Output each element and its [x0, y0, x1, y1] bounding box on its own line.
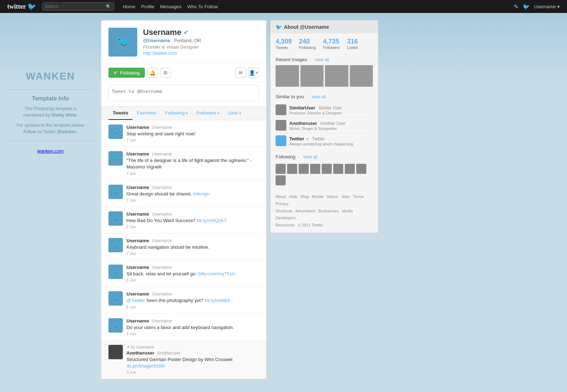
tweet-textarea[interactable] [108, 85, 259, 101]
gear-icon: ⚙ [163, 70, 168, 76]
hashtag-link[interactable]: #design [193, 191, 210, 197]
following-button[interactable]: ✔ Following [108, 68, 145, 78]
wanken-handle-link[interactable]: @wanken [57, 129, 76, 134]
tweet-input-area[interactable] [101, 81, 266, 106]
top-navigation: twitter 🐦 🔍 Home Profile Messages Who To… [0, 0, 567, 13]
image-thumb-3 [325, 65, 348, 87]
search-input[interactable] [45, 4, 106, 9]
logo-text: twitter [7, 3, 26, 10]
footer-media-link[interactable]: Media [342, 209, 353, 213]
tweet-text: Sit back, relax and let yourself go: bit… [126, 271, 259, 277]
footer-links: About Help Blog Mobile Status Jobs Terms… [271, 190, 378, 233]
tab-followers[interactable]: Followers ▾ [192, 107, 224, 120]
logo-bird-icon: 🐦 [27, 2, 36, 11]
footer-help-link[interactable]: Help [289, 194, 298, 199]
image-thumb-4 [350, 65, 373, 87]
similar-user-avatar [276, 135, 286, 146]
tweet-item: 🐦 Username Username Stop working and sav… [101, 120, 266, 147]
image-thumb-2 [300, 65, 324, 87]
footer-about-link[interactable]: About [276, 194, 286, 199]
tweet-text: How Bad Do You Want Success? bit.ly/mSQc… [126, 217, 259, 224]
tweet-list: 🐦 Username Username Stop working and sav… [101, 120, 266, 379]
search-box[interactable]: 🔍 [42, 2, 114, 11]
footer-terms-link[interactable]: Terms [353, 194, 363, 199]
tweet-bird-icon: 🐦 [112, 128, 120, 136]
following-thumb-8 [356, 164, 366, 174]
twitter-bird-icon[interactable]: 🐦 [523, 3, 530, 10]
sidebar-divider-2 [7, 141, 94, 141]
search-icon: 🔍 [106, 4, 111, 9]
following-thumb-5 [322, 164, 332, 174]
nav-messages[interactable]: Messages [160, 4, 182, 9]
tab-lists[interactable]: Lists ▾ [224, 107, 245, 120]
footer-resources-link[interactable]: Resources [276, 223, 295, 227]
tweet-avatar: 🐦 [108, 211, 123, 226]
similar-user-avatar [276, 120, 286, 131]
nav-home[interactable]: Home [123, 4, 135, 9]
tweet-bird-icon: 🐦 [112, 268, 120, 276]
tab-tweets[interactable]: Tweets [108, 107, 133, 120]
nav-profile[interactable]: Profile [141, 4, 155, 9]
tweet-link[interactable]: bit.ly/mSQcKT [197, 218, 227, 223]
about-header: 🐦 About @Username [271, 21, 378, 33]
tweet-text: Structured German Poster Design by Wim C… [126, 356, 259, 369]
brand-logo: WANKEN [7, 71, 94, 82]
tweet-body: Username Username Keyboard navigation sh… [126, 238, 259, 256]
tab-favorites[interactable]: Favorites [133, 107, 160, 120]
profile-bio: Founder & Visual Designer [143, 44, 259, 50]
footer-privacy-link[interactable]: Privacy [276, 202, 289, 206]
following-thumb-9 [276, 175, 286, 185]
chevron-down-icon: ▾ [186, 111, 188, 115]
following-view-all-link[interactable]: view all [303, 154, 317, 159]
recent-images-view-all-link[interactable]: view all [315, 57, 329, 62]
footer-mobile-link[interactable]: Mobile [312, 194, 323, 199]
tweet-link[interactable]: bitly.com/mqTFsU [198, 271, 236, 276]
tweet-body: Username Username @Twitter Seen this pho… [126, 291, 259, 309]
wanken-url-link[interactable]: wanken.com [37, 148, 64, 154]
mention-link[interactable]: @Twitter [126, 298, 145, 303]
footer-businesses-link[interactable]: Businesses [318, 209, 339, 213]
footer-shortcuts-link[interactable]: Shortcuts [276, 209, 292, 213]
shelby-white-link[interactable]: Shelby White [51, 113, 77, 118]
retweet-icon: ↺ [126, 345, 130, 349]
nav-links: Home Profile Messages Who To Follow [123, 4, 218, 9]
tweet-avatar: 🐦 [108, 238, 123, 252]
user-menu-button[interactable]: Username ▾ [534, 4, 560, 9]
tab-following[interactable]: Following ▾ [161, 107, 192, 120]
profile-tabs: Tweets Favorites Following ▾ Followers ▾… [101, 106, 266, 120]
footer-status-link[interactable]: Status [327, 194, 338, 199]
tweet-author: Username Username [126, 238, 259, 243]
settings-gear-button[interactable]: ⚙ [161, 68, 171, 78]
profile-website-link[interactable]: http://twitter.com [143, 50, 177, 56]
similar-view-all-link[interactable]: view all [312, 94, 326, 99]
tweet-link[interactable]: ds.pn/image/9168/ [126, 363, 165, 369]
template-info-title: Template Info [7, 95, 94, 102]
tweet-time: 7 Jun [126, 171, 259, 176]
person-add-icon: 👤+ [249, 70, 258, 76]
follow-link[interactable]: Follow [23, 129, 36, 134]
footer-jobs-link[interactable]: Jobs [341, 194, 349, 199]
template-update-text: For updates to this template please Foll… [7, 122, 94, 135]
footer-advertisers-link[interactable]: Advertisers [295, 209, 315, 213]
add-user-button[interactable]: 👤+ [248, 68, 259, 78]
tweet-bird-icon: 🐦 [112, 215, 120, 222]
footer-developers-link[interactable]: Developers [276, 216, 296, 220]
notification-bell-button[interactable]: 🔔 [148, 68, 158, 78]
similar-users-header: Similar to you · view all [271, 91, 378, 102]
tweet-body: Username Username How Bad Do You Want Su… [126, 211, 259, 229]
tweet-author: Username Username [126, 151, 259, 157]
tweet-time: 3 Jun [126, 370, 259, 374]
footer-blog-link[interactable]: Blog [301, 194, 309, 199]
tweets-stat: 4,309 Tweets [276, 38, 292, 50]
message-button[interactable]: ✉ [235, 68, 246, 78]
compose-icon[interactable]: ✎ [514, 3, 518, 10]
following-thumb-6 [333, 164, 343, 174]
profile-handle: @Username [143, 38, 170, 43]
nav-who-to-follow[interactable]: Who To Follow [187, 4, 218, 9]
tweet-avatar [108, 345, 123, 359]
envelope-icon: ✉ [238, 70, 243, 76]
tweet-link[interactable]: bit.ly/nvtbB4 [205, 298, 230, 303]
tweet-bird-icon: 🐦 [112, 154, 120, 162]
following-section-header: Following · view all [271, 151, 378, 162]
tweet-body: Username Username Stop working and save … [126, 125, 259, 142]
